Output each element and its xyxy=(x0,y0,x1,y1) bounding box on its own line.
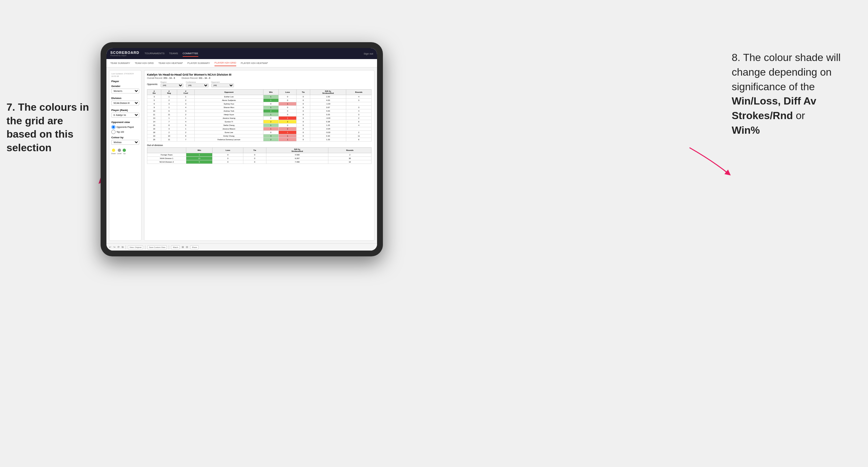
table-row: 11 11 2 Heejo Hyun 1 0 0 3.33 3 xyxy=(147,113,372,117)
sidebar-division-select[interactable]: NCAA Division III xyxy=(111,101,139,105)
table-row: 10 6 3 Andrea York 2 0 0 4.00 4 xyxy=(147,110,372,113)
sidebar-player-rank-select[interactable]: 8. Katelyn Vo xyxy=(111,113,139,118)
colour-label-down: Down xyxy=(111,153,116,154)
toolbar-icon-3[interactable]: ⊟ xyxy=(186,246,188,249)
radio-opponents-played[interactable]: Opponents Played xyxy=(111,125,139,129)
nav-links: TOURNAMENTS TEAMS COMMITTEE xyxy=(145,51,364,57)
logo-area: SCOREBOARD Powered by clippd xyxy=(110,51,139,57)
sidebar-colour-by-select[interactable]: Win/loss xyxy=(111,140,139,145)
nav-tournaments[interactable]: TOURNAMENTS xyxy=(145,51,164,57)
main-content: Last Updated: 27/03/2024 16:55:38 Player… xyxy=(106,67,377,243)
colour-up: Up xyxy=(123,149,126,154)
colour-down: Down xyxy=(111,149,116,154)
col-conf: #Conf xyxy=(177,90,195,95)
sidebar-colour-by-label: Colour by xyxy=(111,136,139,139)
history-icon[interactable]: ⟳ xyxy=(118,246,120,249)
col-reg: #Reg xyxy=(161,90,177,95)
last-updated-time: 16:55:38 xyxy=(111,75,119,77)
colour-legend: Down Level Up xyxy=(111,149,139,154)
region-filter-select[interactable]: (All) xyxy=(161,84,183,87)
col-loss: Loss xyxy=(278,90,297,95)
sidebar-gender-label: Gender xyxy=(111,85,139,88)
sidebar-player-rank-label: Player (Rank) xyxy=(111,109,139,112)
opponent-filter-group: Opponent (All) xyxy=(211,81,234,87)
opponents-filter-label: Opponents: xyxy=(147,83,158,85)
save-custom-btn[interactable]: Save Custom View xyxy=(147,245,167,249)
region-filter-group: Region (All) xyxy=(161,81,183,87)
tablet-screen: SCOREBOARD Powered by clippd TOURNAMENTS… xyxy=(106,48,377,251)
filter-row: Opponents: Region (All) Conference (All) xyxy=(147,81,372,87)
ood-col-win: Win xyxy=(186,148,213,153)
annotation-or: or xyxy=(796,110,805,121)
toolbar-divider2 xyxy=(145,245,145,249)
ood-table-row: NCAA Division 2 5 0 0 7.400 10 xyxy=(147,160,372,164)
logo-text: SCOREBOARD xyxy=(110,51,139,55)
main-data-table: #Div #Reg #Conf Opponent Win Loss Tie Di… xyxy=(147,89,372,142)
ood-col-rounds: Rounds xyxy=(329,148,372,153)
col-rounds: Rounds xyxy=(346,90,372,95)
colour-label-level: Level xyxy=(117,153,121,154)
undo-icon[interactable]: ↩ xyxy=(109,246,111,249)
opponent-view-radios: Opponents Played Top 100 xyxy=(111,125,139,134)
table-row: 18 2 2 Euna Lee 0 1 0 -5.00 2 xyxy=(147,131,372,134)
toolbar-divider3 xyxy=(169,245,169,249)
radio-top100[interactable]: Top 100 xyxy=(111,130,139,134)
arrow-right-svg xyxy=(686,145,735,177)
col-tie: Tie xyxy=(297,90,310,95)
sidebar-division-label: Division xyxy=(111,97,139,100)
annotation-right-title: 8. The colour shade will change dependin… xyxy=(732,52,841,93)
col-diff: Diff AvStrokes/Rnd xyxy=(310,90,346,95)
sidebar: Last Updated: 27/03/2024 16:55:38 Player… xyxy=(109,70,142,241)
sidebar-opponent-view-label: Opponent view xyxy=(111,121,139,124)
nav-committee[interactable]: COMMITTEE xyxy=(183,51,198,57)
grid-title: Katelyn Vo Head-to-Head Grid for Women's… xyxy=(147,73,372,76)
sidebar-gender-select[interactable]: Women's xyxy=(111,89,139,93)
table-row: 20 11 7 Federica Domecq Lacroze 2 1 0 1.… xyxy=(147,138,372,142)
sign-out-link[interactable]: Sign out xyxy=(364,52,373,55)
subnav-team-summary[interactable]: TEAM SUMMARY xyxy=(110,60,130,66)
division-record-label: Division Record: 331 - 34 - 6 xyxy=(181,77,210,79)
table-row: 19 10 6 Emily Chang 4 1 0 0.30 11 xyxy=(147,134,372,138)
redo-icon[interactable]: ↪ xyxy=(113,246,116,249)
last-updated-label: Last Updated: 27/03/2024 xyxy=(111,73,134,75)
annotation-winpct: Win% xyxy=(732,124,760,136)
toolbar-icon-2[interactable]: ⊞ xyxy=(182,246,184,249)
sub-nav: TEAM SUMMARY TEAM H2H GRID TEAM H2H HEAT… xyxy=(106,59,377,67)
bottom-toolbar: ↩ ↪ ⟳ ⧉ View: Original Save Custom View … xyxy=(106,243,377,251)
ood-table-row: NAIA Division 1 15 0 0 9.267 30 xyxy=(147,157,372,160)
ood-col-loss: Loss xyxy=(213,148,243,153)
colour-level: Level xyxy=(117,149,121,154)
copy-icon[interactable]: ⧉ xyxy=(122,246,124,249)
grid-records: Overall Record: 353 - 34 - 6 Division Re… xyxy=(147,77,372,79)
sidebar-player-label: Player xyxy=(111,80,139,83)
subnav-player-h2h-heatmap[interactable]: PLAYER H2H HEATMAP xyxy=(241,60,268,66)
table-row: 3 1 1 Esther Lee 1 0 0 1.50 4 xyxy=(147,95,372,99)
view-original-btn[interactable]: View: Original xyxy=(128,245,143,249)
colour-dot-up xyxy=(123,149,126,152)
subnav-team-h2h-grid[interactable]: TEAM H2H GRID xyxy=(135,60,154,66)
nav-right: Sign out xyxy=(364,52,373,55)
opponent-filter-select[interactable]: (All) xyxy=(211,84,234,87)
nav-bar: SCOREBOARD Powered by clippd TOURNAMENTS… xyxy=(106,48,377,59)
toolbar-divider xyxy=(126,245,126,249)
ood-table-row: Foreign Team 1 0 0 4.500 2 xyxy=(147,153,372,157)
col-opponent: Opponent xyxy=(195,90,263,95)
share-btn[interactable]: Share xyxy=(190,245,198,249)
watch-btn[interactable]: Watch xyxy=(171,245,180,249)
overall-record-label: Overall Record: 353 - 34 - 6 xyxy=(147,77,175,79)
col-win: Win xyxy=(263,90,278,95)
subnav-player-h2h-grid[interactable]: PLAYER H2H GRID xyxy=(215,60,236,66)
out-of-division-table: Win Loss Tie Diff AvStrokes/Rnd Rounds F… xyxy=(147,147,372,164)
logo-sub: Powered by clippd xyxy=(110,55,139,57)
subnav-player-summary[interactable]: PLAYER SUMMARY xyxy=(188,60,210,66)
table-row: 13 1 1 Jessica Huang 0 1 0 -3.00 2 xyxy=(147,117,372,120)
conference-filter-select[interactable]: (All) xyxy=(186,84,209,87)
table-row: 9 1 4 Sharon Mun 1 0 0 3.67 3 xyxy=(147,106,372,110)
conference-filter-group: Conference (All) xyxy=(186,81,209,87)
table-row: 5 2 2 Alexis Sudjianto 1 0 0 4.00 3 xyxy=(147,99,372,102)
colour-label-up: Up xyxy=(123,153,126,154)
subnav-team-h2h-heatmap[interactable]: TEAM H2H HEATMAP xyxy=(158,60,183,66)
grid-area: Katelyn Vo Head-to-Head Grid for Women's… xyxy=(144,70,374,241)
nav-teams[interactable]: TEAMS xyxy=(169,51,178,57)
ood-col-tie: Tie xyxy=(243,148,266,153)
